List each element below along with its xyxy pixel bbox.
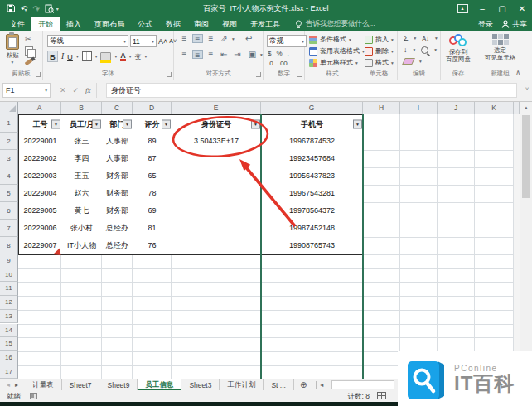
column-header-B[interactable]: B: [61, 102, 102, 114]
format-cells-button[interactable]: 格式▾: [365, 58, 394, 67]
accounting-format-icon[interactable]: $: [268, 50, 271, 57]
share-button[interactable]: 共享: [501, 19, 527, 30]
column-header-H[interactable]: H: [363, 102, 400, 114]
table-header-cell[interactable]: 手机号▼: [261, 114, 364, 133]
table-cell[interactable]: 65: [133, 167, 172, 186]
ribbon-tab-公式[interactable]: 公式: [131, 17, 159, 31]
bold-button[interactable]: B: [47, 51, 58, 62]
row-header-15[interactable]: 15: [0, 337, 18, 351]
row-header-14[interactable]: 14: [0, 324, 18, 338]
table-cell[interactable]: 87: [133, 150, 172, 168]
column-header-K[interactable]: K: [475, 102, 514, 114]
row-header-7[interactable]: 7: [0, 220, 18, 237]
increase-font-icon[interactable]: A˄: [158, 37, 167, 46]
customize-qat-icon[interactable]: ▾: [56, 6, 59, 12]
sheet-tab-员工信息[interactable]: 员工信息: [138, 379, 181, 390]
ribbon-tab-数据[interactable]: 数据: [159, 17, 187, 31]
ribbon-tab-页面布局[interactable]: 页面布局: [88, 17, 131, 31]
confirm-entry-icon[interactable]: ✓: [73, 86, 80, 94]
number-dialog-launcher-icon[interactable]: [297, 72, 302, 77]
ribbon-tab-开发工具[interactable]: 开发工具: [244, 17, 287, 31]
ribbon-display-options-icon[interactable]: ▴: [452, 0, 472, 17]
font-color-icon[interactable]: A: [120, 52, 126, 61]
table-cell[interactable]: 20229007: [18, 237, 62, 255]
filter-dropdown-icon[interactable]: ▼: [353, 119, 362, 128]
row-header-1[interactable]: 1: [0, 114, 18, 133]
vertical-scrollbar[interactable]: ▲: [520, 102, 532, 379]
align-left-icon[interactable]: ≡: [179, 50, 190, 59]
prev-sheet-icon[interactable]: ◂: [7, 381, 10, 389]
row-header-16[interactable]: 16: [0, 351, 18, 365]
table-cell[interactable]: 李四: [61, 150, 103, 168]
sheet-tab-Sheet7[interactable]: Sheet7: [62, 379, 100, 390]
vertical-scrollbar-thumb[interactable]: [522, 115, 530, 198]
fill-color-icon[interactable]: [100, 52, 111, 60]
borders-icon[interactable]: [82, 51, 92, 61]
column-header-A[interactable]: A: [18, 102, 61, 114]
table-cell[interactable]: 19908765743: [261, 237, 364, 255]
column-header-C[interactable]: C: [102, 102, 133, 114]
decrease-indent-icon[interactable]: ⇤: [219, 50, 230, 59]
row-header-8[interactable]: 8: [0, 237, 18, 254]
fill-icon[interactable]: ↓: [404, 46, 408, 54]
clear-icon[interactable]: [402, 58, 415, 65]
font-size-combobox[interactable]: 11▾: [130, 35, 157, 47]
table-cell[interactable]: 黄七: [61, 202, 103, 220]
table-cell[interactable]: 81: [133, 220, 172, 238]
table-cell[interactable]: [172, 185, 262, 203]
cell-styles-button[interactable]: 单元格样式▾: [309, 58, 358, 67]
table-cell[interactable]: [172, 167, 262, 186]
maximize-icon[interactable]: ▢: [492, 0, 512, 17]
table-cell[interactable]: [172, 220, 262, 238]
sheet-tab-计量表[interactable]: 计量表: [25, 379, 62, 390]
table-header-cell[interactable]: 部门▼: [102, 114, 133, 133]
table-cell[interactable]: IT小人物: [61, 237, 103, 255]
font-name-combobox[interactable]: 等线▾: [47, 35, 128, 47]
scroll-up-icon[interactable]: ▲: [520, 102, 532, 114]
table-header-cell[interactable]: 评分▼: [133, 114, 172, 133]
sign-in-button[interactable]: 登录: [478, 19, 493, 30]
row-header-10[interactable]: 10: [0, 268, 18, 283]
row-header-2[interactable]: 2: [0, 133, 18, 150]
table-cell[interactable]: 财务部: [102, 167, 133, 186]
insert-function-icon[interactable]: fx: [85, 86, 91, 94]
column-header-D[interactable]: D: [133, 102, 172, 114]
normal-view-icon[interactable]: [377, 392, 386, 399]
copy-button[interactable]: [25, 46, 36, 55]
new-sheet-icon[interactable]: ⊕: [294, 379, 312, 390]
table-cell[interactable]: 19987452148: [261, 220, 364, 238]
format-painter-button[interactable]: [25, 58, 36, 66]
insert-cells-button[interactable]: 插入▾: [365, 35, 394, 44]
cut-button[interactable]: ✂: [25, 35, 36, 43]
save-icon[interactable]: [7, 4, 15, 12]
table-header-cell[interactable]: 员工/月▼: [61, 114, 103, 133]
sheet-tab-Sheet3[interactable]: Sheet3: [181, 379, 220, 390]
table-cell[interactable]: [172, 150, 262, 168]
table-cell[interactable]: 78: [133, 185, 172, 203]
table-cell[interactable]: 20229004: [18, 185, 62, 203]
orientation-icon[interactable]: ⇗: [219, 34, 230, 43]
italic-button[interactable]: I: [61, 52, 64, 60]
table-cell[interactable]: 19923457684: [261, 150, 364, 168]
font-dialog-launcher-icon[interactable]: [167, 72, 172, 77]
filter-dropdown-icon[interactable]: ▼: [251, 119, 260, 128]
row-header-9[interactable]: 9: [0, 254, 18, 268]
comma-style-icon[interactable]: ,: [288, 50, 289, 57]
column-header-J[interactable]: J: [438, 102, 475, 114]
decrease-decimal-icon[interactable]: .00: [278, 60, 288, 67]
table-header-cell[interactable]: 工号▼: [18, 114, 62, 133]
align-middle-icon[interactable]: ≡: [192, 34, 203, 43]
table-cell[interactable]: 19956437823: [261, 167, 364, 186]
save-to-baidu-netdisk-button[interactable]: 保存到 百度网盘: [441, 34, 476, 64]
table-cell[interactable]: [172, 237, 262, 255]
ribbon-tab-视图[interactable]: 视图: [215, 17, 244, 31]
ribbon-tab-审阅[interactable]: 审阅: [187, 17, 215, 31]
increase-indent-icon[interactable]: ⇥: [232, 50, 243, 59]
table-cell[interactable]: 19967874532: [261, 133, 364, 151]
sheet-tab-St ...[interactable]: St ...: [264, 379, 293, 390]
percent-style-icon[interactable]: %: [276, 50, 282, 57]
ribbon-tab-开始[interactable]: 开始: [31, 17, 60, 31]
table-cell[interactable]: 张三: [61, 133, 103, 151]
table-cell[interactable]: 人事部: [102, 150, 133, 168]
table-cell[interactable]: 张小村: [61, 220, 103, 238]
